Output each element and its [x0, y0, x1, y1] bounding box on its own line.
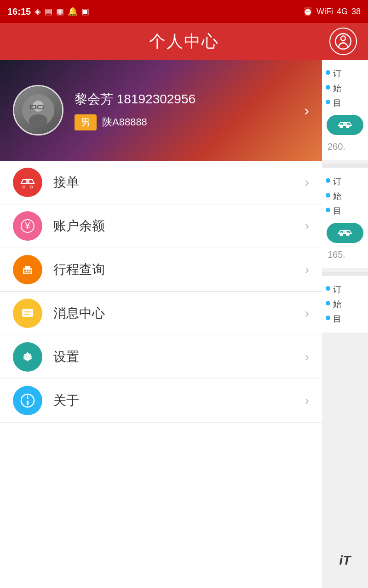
status-time: 16:15: [7, 6, 31, 17]
dot-icon: [326, 70, 330, 75]
svg-point-1: [341, 36, 345, 40]
profile-banner[interactable]: 黎会芳 18192302956 男 陕A88888 ›: [0, 60, 322, 161]
xiaoxi-arrow-icon: ›: [305, 306, 309, 321]
menu-list: 接单 › ¥ 账户余额 ›: [0, 161, 322, 423]
profile-icon-button[interactable]: [329, 28, 357, 55]
zhanghu-label: 账户余额: [53, 217, 305, 235]
shezhi-label: 设置: [53, 348, 305, 366]
svg-rect-19: [29, 270, 31, 271]
dot-icon: [326, 178, 330, 183]
guanyu-arrow-icon: ›: [305, 393, 309, 408]
zhanghu-icon: ¥: [13, 211, 42, 241]
svg-rect-17: [24, 270, 26, 271]
right-divider-1: [322, 164, 368, 168]
profile-phone-number: 18192302956: [117, 92, 196, 106]
menu-item-xiaoxi[interactable]: 消息中心 ›: [0, 292, 322, 335]
svg-rect-16: [25, 266, 30, 269]
svg-point-12: [30, 186, 32, 188]
svg-rect-35: [343, 230, 347, 233]
svg-point-11: [23, 186, 25, 188]
empty-space: [0, 423, 322, 588]
menu-item-xingcheng[interactable]: 行程查询 ›: [0, 248, 322, 292]
right-item-3-3: 目: [326, 311, 364, 326]
svg-text:¥: ¥: [24, 220, 30, 231]
image-icon: ▣: [81, 6, 89, 17]
right-item-1-2: 始: [326, 81, 364, 96]
location-icon: ◈: [34, 6, 41, 17]
svg-rect-28: [27, 401, 29, 405]
svg-rect-18: [27, 270, 29, 271]
app-header: 个人中心: [0, 23, 368, 60]
right-item-3-2: 始: [326, 297, 364, 311]
right-item-2-3: 目: [326, 204, 364, 218]
svg-rect-10: [26, 179, 29, 183]
shezhi-icon: [13, 342, 42, 372]
right-label-1-3: 目: [333, 97, 341, 108]
watermark: iT: [322, 547, 368, 574]
right-item-1-1: 订: [326, 66, 364, 81]
right-divider-2: [322, 272, 368, 276]
jiedan-icon: [13, 168, 42, 197]
right-card-2: 订 始 目 165.: [322, 168, 368, 268]
right-action-btn-1[interactable]: [327, 115, 363, 135]
right-label-1-1: 订: [333, 68, 341, 79]
right-item-1-3: 目: [326, 96, 364, 110]
email-icon: ▦: [56, 6, 64, 17]
gender-tag: 男: [75, 114, 97, 130]
right-action-btn-2[interactable]: [327, 223, 363, 243]
dot-icon: [326, 316, 330, 320]
dot-icon: [326, 193, 330, 198]
xingcheng-label: 行程查询: [53, 261, 305, 278]
profile-chevron-right-icon: ›: [304, 102, 309, 119]
guanyu-label: 关于: [53, 392, 305, 409]
xingcheng-icon: [13, 255, 42, 284]
svg-rect-32: [343, 122, 347, 125]
dot-icon: [326, 100, 330, 104]
jiedan-arrow-icon: ›: [305, 175, 309, 190]
xingcheng-arrow-icon: ›: [305, 262, 309, 277]
right-item-3-1: 订: [326, 282, 364, 297]
main-container: 黎会芳 18192302956 男 陕A88888 ›: [0, 60, 368, 588]
shezhi-arrow-icon: ›: [305, 350, 309, 364]
menu-item-shezhi[interactable]: 设置 ›: [0, 335, 322, 379]
right-price-1: 260.: [326, 140, 364, 154]
wifi-icon: WiFi: [316, 7, 333, 17]
profile-name-phone: 黎会芳 18192302956: [75, 90, 300, 108]
guanyu-icon: i: [13, 386, 42, 415]
right-item-2-2: 始: [326, 189, 364, 204]
right-item-2-1: 订: [326, 174, 364, 189]
right-label-2-3: 目: [333, 205, 341, 216]
right-label-3-1: 订: [333, 284, 341, 295]
menu-item-zhanghu[interactable]: ¥ 账户余额 ›: [0, 204, 322, 248]
svg-point-29: [27, 397, 29, 399]
dot-icon: [326, 301, 330, 305]
right-price-2: 165.: [326, 248, 364, 262]
right-card-3: 订 始 目: [322, 276, 368, 333]
menu-item-jiedan[interactable]: 接单 ›: [0, 161, 322, 204]
dot-icon: [326, 286, 330, 291]
menu-item-guanyu[interactable]: i 关于 ›: [0, 379, 322, 423]
battery-level: 38: [351, 7, 361, 17]
right-label-2-1: 订: [333, 176, 341, 187]
svg-rect-20: [24, 272, 31, 273]
dot-icon: [326, 85, 330, 90]
right-card-1: 订 始 目 260.: [322, 60, 368, 160]
avatar-image: [22, 94, 54, 126]
xiaoxi-icon: [13, 299, 42, 328]
zhanghu-arrow-icon: ›: [305, 219, 309, 233]
right-label-2-2: 始: [333, 191, 341, 202]
status-left: 16:15 ◈ ▤ ▦ 🔔 ▣: [7, 6, 89, 17]
left-panel: 黎会芳 18192302956 男 陕A88888 ›: [0, 60, 322, 588]
jiedan-label: 接单: [53, 174, 305, 191]
signal-icon: 4G: [337, 7, 348, 17]
profile-tags: 男 陕A88888: [75, 114, 300, 130]
right-label-1-2: 始: [333, 83, 341, 94]
xiaoxi-label: 消息中心: [53, 305, 305, 322]
status-bar: 16:15 ◈ ▤ ▦ 🔔 ▣ ⏰ WiFi 4G 38: [0, 0, 368, 23]
message-icon: ▤: [45, 6, 52, 17]
status-right: ⏰ WiFi 4G 38: [303, 6, 361, 17]
right-label-3-3: 目: [333, 313, 341, 324]
plate-tag: 陕A88888: [102, 115, 147, 129]
alarm-icon: ⏰: [303, 6, 313, 17]
svg-rect-21: [22, 309, 33, 317]
